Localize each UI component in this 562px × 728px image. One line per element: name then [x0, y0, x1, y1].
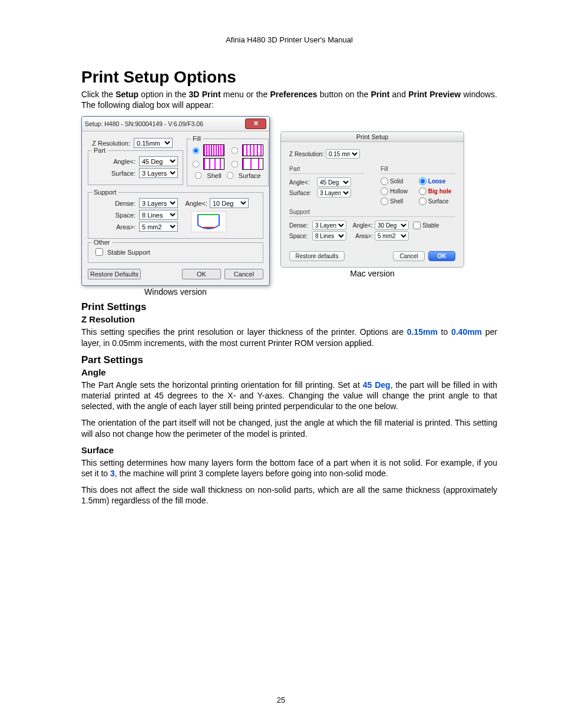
mac-dialog: Print Setup Z Resolution: 0.15 mm Part A…: [280, 131, 464, 268]
mac-fill-hollow[interactable]: [381, 187, 388, 195]
surface-heading: Surface: [81, 445, 497, 455]
mac-stable-label: Stable: [422, 222, 439, 229]
mac-group-part: Part: [289, 166, 364, 172]
mac-fill-bighole[interactable]: [419, 187, 427, 195]
fill-shell-label: Shell: [207, 172, 221, 179]
group-support: Support: [92, 189, 118, 196]
zres-label: Z Resolution:: [88, 140, 130, 147]
fill-opt-1[interactable]: [193, 147, 200, 154]
angle-paragraph-2: The orientation of the part itself will …: [81, 417, 497, 439]
mac-stable-checkbox[interactable]: [413, 222, 421, 229]
stable-support-label: Stable Support: [107, 249, 150, 256]
mac-area-select[interactable]: 5 mm2: [375, 231, 409, 241]
intro-paragraph: Click the Setup option in the 3D Print m…: [81, 89, 497, 110]
mac-surface-label: Surface:: [289, 190, 315, 196]
page-title: Print Setup Options: [81, 68, 497, 87]
mac-restore-button[interactable]: Restore defaults: [289, 251, 345, 261]
surface-paragraph-2: This does not affect the side wall thick…: [81, 485, 497, 506]
angle-select[interactable]: 45 Deg: [139, 156, 178, 166]
mac-area-label: Area>:: [348, 233, 373, 239]
mac-space-select[interactable]: 8 Lines: [312, 231, 346, 241]
space-label: Space:: [93, 212, 135, 219]
windows-caption: Windows version: [81, 287, 270, 297]
space-select[interactable]: 8 Lines: [139, 210, 178, 220]
mac-fill-shell[interactable]: [381, 197, 388, 205]
zres-paragraph: This setting specifies the print resolut…: [81, 327, 497, 348]
mac-dense-label: Dense:: [289, 222, 310, 229]
mac-surface-select[interactable]: 3 Layers: [317, 188, 351, 197]
fill-loose-icon: [203, 158, 224, 170]
win-title: Setup: H480 - SN:90004149 - V:6.09/F3.06: [85, 120, 203, 127]
group-other: Other: [92, 239, 112, 246]
mac-sup-angle-select[interactable]: 30 Deg: [375, 220, 409, 230]
zres-select[interactable]: 0.15mm: [134, 138, 173, 148]
page-header: Afinia H480 3D Printer User's Manual: [81, 35, 497, 44]
mac-space-label: Space:: [289, 233, 310, 239]
print-settings-heading: Print Settings: [81, 301, 497, 313]
windows-dialog: Setup: H480 - SN:90004149 - V:6.09/F3.06…: [81, 116, 270, 286]
fill-surface-label: Surface: [239, 172, 261, 179]
mac-zres-select[interactable]: 0.15 mm: [326, 149, 360, 159]
mac-fill-surface[interactable]: [419, 197, 427, 205]
mac-cancel-button[interactable]: Cancel: [393, 251, 425, 261]
mac-caption: Mac version: [280, 269, 464, 278]
fill-surface-radio[interactable]: [226, 172, 233, 179]
zres-heading: Z Resolution: [81, 314, 497, 324]
area-label: Area>:: [93, 223, 135, 230]
part-settings-heading: Part Settings: [81, 354, 497, 366]
mac-ok-button[interactable]: OK: [428, 251, 455, 261]
angle-heading: Angle: [81, 367, 497, 377]
mac-angle-label: Angle<:: [289, 179, 315, 186]
mac-dense-select[interactable]: 3 Layers: [312, 220, 346, 230]
mac-title: Print Setup: [281, 132, 464, 142]
close-button[interactable]: ✕: [245, 118, 266, 129]
dense-label: Dense:: [93, 200, 135, 207]
mac-group-fill: Fill: [381, 166, 455, 172]
fill-opt-2[interactable]: [232, 147, 239, 154]
area-select[interactable]: 5 mm2: [139, 222, 178, 232]
group-part: Part: [92, 147, 107, 154]
surface-select[interactable]: 3 Layers: [139, 168, 178, 178]
fill-xloose-icon: [242, 158, 263, 170]
sup-angle-select[interactable]: 10 Deg: [210, 198, 249, 208]
support-cup-icon: [191, 211, 226, 232]
mac-fill-solid[interactable]: [381, 177, 388, 185]
group-fill: Fill: [191, 135, 203, 142]
fill-shell-radio[interactable]: [195, 172, 202, 179]
fill-opt-3[interactable]: [193, 161, 200, 168]
surface-label: Surface:: [93, 170, 135, 177]
fill-opt-4[interactable]: [232, 161, 239, 168]
cancel-button[interactable]: Cancel: [224, 269, 263, 279]
mac-angle-select[interactable]: 45 Deg: [317, 177, 351, 187]
stable-support-checkbox[interactable]: [95, 248, 103, 256]
fill-dense-icon: [203, 144, 224, 156]
dense-select[interactable]: 3 Layers: [139, 198, 178, 208]
restore-defaults-button[interactable]: Restore Defaults: [88, 269, 141, 279]
mac-fill-loose[interactable]: [419, 177, 427, 185]
angle-label: Angle<:: [93, 158, 135, 165]
fill-med-icon: [242, 144, 263, 156]
page-number: 25: [0, 696, 562, 704]
ok-button[interactable]: OK: [182, 269, 221, 279]
mac-sup-angle-label: Angle<:: [348, 222, 373, 229]
sup-angle-label: Angle<:: [181, 200, 207, 207]
mac-group-support: Support: [289, 209, 455, 215]
angle-paragraph-1: The Part Angle sets the horizontal print…: [81, 380, 497, 412]
surface-paragraph-1: This setting determines how many layers …: [81, 457, 497, 479]
mac-zres-label: Z Resolution:: [289, 151, 324, 157]
